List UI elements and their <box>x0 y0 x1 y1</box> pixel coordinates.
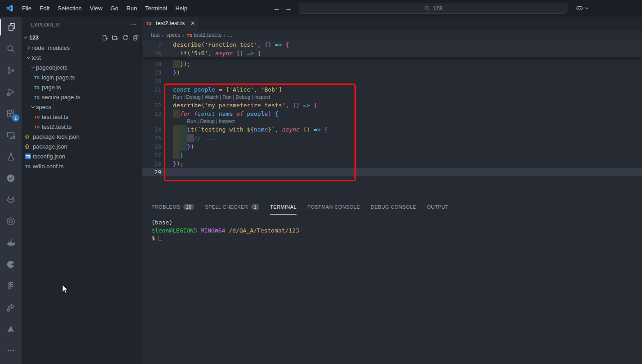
breadcrumb-separator: › <box>224 32 226 39</box>
breadcrumb: test›specs›TStest2.test.ts›... <box>142 30 642 40</box>
workspace-section-header[interactable]: 123 <box>22 32 142 43</box>
title-bar: FileEditSelectionViewGoRunTerminalHelp ←… <box>0 0 642 17</box>
file-page-ts[interactable]: TSpage.ts <box>22 82 142 92</box>
activity-search[interactable] <box>0 38 22 60</box>
refresh-icon[interactable] <box>122 35 128 41</box>
tab-test2-test-ts[interactable]: TS test2.test.ts ✕ <box>142 17 199 30</box>
activity-remote-explorer[interactable] <box>0 124 22 146</box>
tab-label: test2.test.ts <box>156 20 185 26</box>
menu-run[interactable]: Run <box>122 3 141 13</box>
menu-view[interactable]: View <box>86 3 106 13</box>
panel-tab-label: OUTPUT <box>427 204 448 210</box>
terminal[interactable]: (base)eleon@LEGION5 MINGW64 /d/QA_A/Test… <box>142 215 642 242</box>
line-number: 26 <box>142 142 173 151</box>
breadcrumb-item[interactable]: test <box>151 32 159 38</box>
activity-azure[interactable] <box>0 318 22 340</box>
source-control-icon <box>6 66 16 75</box>
menu-terminal[interactable]: Terminal <box>141 3 171 13</box>
file-test2-test-ts[interactable]: TStest2.test.ts <box>22 122 142 132</box>
tree-item-label: test2.test.ts <box>42 123 71 130</box>
activity-bar: 1 <box>0 17 22 364</box>
line-number: 21 <box>142 85 173 94</box>
code-line-20: 20 <box>142 77 642 85</box>
pie-icon <box>6 259 16 269</box>
new-folder-icon[interactable] <box>112 35 118 41</box>
chevron-down-icon[interactable] <box>584 6 589 10</box>
menu-help[interactable]: Help <box>171 3 191 13</box>
panel-tab-postman-console[interactable]: POSTMAN CONSOLE <box>307 199 360 215</box>
activity-testing[interactable] <box>0 146 22 167</box>
file-test-test-ts[interactable]: TStest.test.ts <box>22 112 142 122</box>
panel-tab-problems[interactable]: PROBLEMS20 <box>151 199 194 215</box>
panel-tab-badge: 1 <box>251 204 259 210</box>
activity-figma[interactable] <box>0 275 22 297</box>
tsconfig-file-icon: TS <box>25 153 31 159</box>
tree-item-label: package.json <box>33 143 67 150</box>
file-secure-page-ts[interactable]: TSsecure.page.ts <box>22 92 142 102</box>
panel-tab-terminal[interactable]: TERMINAL <box>270 199 297 215</box>
menu-file[interactable]: File <box>18 3 35 13</box>
activity-extensions[interactable]: 1 <box>0 103 22 124</box>
codelens-actions[interactable]: Run | Debug | Inspect <box>142 118 642 125</box>
activity-pie-extension[interactable] <box>0 254 22 275</box>
code-editor[interactable]: 18 });19})2021const people = ['Alice', '… <box>142 40 642 199</box>
activity-share-extension[interactable] <box>0 297 22 318</box>
file-tree: node_modulestestpageobjectsTSlogin.page.… <box>22 43 142 171</box>
copilot-icon[interactable] <box>576 4 584 12</box>
file-login-page-ts[interactable]: TSlogin.page.ts <box>22 72 142 82</box>
indent-rainbow-block <box>173 151 180 159</box>
collapse-all-icon[interactable] <box>133 35 139 41</box>
file-wdio-conf-ts[interactable]: TSwdio.conf.ts <box>22 161 142 171</box>
file-package-json[interactable]: {}package.json <box>22 141 142 151</box>
activity-more[interactable] <box>0 340 22 361</box>
file-tsconfig-json[interactable]: TStsconfig.json <box>22 151 142 161</box>
line-number: 29 <box>142 168 173 176</box>
command-center-search[interactable]: 123 <box>299 3 567 14</box>
breadcrumb-item[interactable]: specs <box>166 32 180 38</box>
code-line-25: 25 // ... <box>142 134 642 142</box>
breadcrumb-item[interactable]: ... <box>228 32 232 38</box>
activity-github[interactable] <box>0 211 22 232</box>
line-number: 28 <box>142 159 173 168</box>
new-file-icon[interactable] <box>102 35 108 41</box>
folder-test[interactable]: test <box>22 53 142 62</box>
indent-rainbow-block <box>173 125 180 134</box>
breadcrumb-item[interactable]: TStest2.test.ts <box>186 32 221 38</box>
panel-tab-label: SPELL CHECKER <box>205 204 248 210</box>
code-line-7: 7describe('Function test', () => { <box>142 40 642 49</box>
panel-tab-badge: 20 <box>183 204 194 210</box>
line-number: 25 <box>142 134 173 142</box>
tree-item-label: specs <box>36 104 51 110</box>
indent-rainbow-block <box>173 60 180 68</box>
codelens-actions[interactable]: Run | Debug | Watch | Run | Debug | Insp… <box>142 94 642 101</box>
activity-run-and-debug[interactable] <box>0 81 22 103</box>
menu-edit[interactable]: Edit <box>35 3 53 13</box>
folder-specs[interactable]: specs <box>22 102 142 112</box>
menu-selection[interactable]: Selection <box>53 3 85 13</box>
explorer-more-icon[interactable]: ⋯ <box>130 21 137 29</box>
activity-docker[interactable] <box>0 232 22 254</box>
forward-arrow[interactable]: → <box>285 4 292 13</box>
activity-gitlab[interactable] <box>0 189 22 211</box>
azure-icon <box>6 324 16 334</box>
line-number: 20 <box>142 77 173 85</box>
activity-source-control[interactable] <box>0 60 22 81</box>
close-icon[interactable]: ✕ <box>190 20 195 26</box>
tree-item-label: pageobjects <box>36 64 67 71</box>
folder-node-modules[interactable]: node_modules <box>22 43 142 53</box>
ts-file-icon: TS <box>34 114 42 119</box>
menu-go[interactable]: Go <box>106 3 122 13</box>
panel-tab-debug-console[interactable]: DEBUG CONSOLE <box>371 199 416 215</box>
activity-checkmark-extension[interactable] <box>0 167 22 189</box>
folder-pageobjects[interactable]: pageobjects <box>22 62 142 72</box>
panel-tab-output[interactable]: OUTPUT <box>427 199 448 215</box>
indent-rainbow-block <box>173 110 180 118</box>
back-arrow[interactable]: ← <box>273 4 280 13</box>
explorer-header: EXPLORER <box>31 22 59 27</box>
chevron-right-icon <box>25 45 31 50</box>
file-package-lock-json[interactable]: {}package-lock.json <box>22 132 142 141</box>
panel-tab-spell-checker[interactable]: SPELL CHECKER1 <box>205 199 259 215</box>
indent-rainbow-block <box>173 134 180 142</box>
code-line-26: 26 }) <box>142 142 642 151</box>
activity-explorer[interactable] <box>0 17 22 38</box>
